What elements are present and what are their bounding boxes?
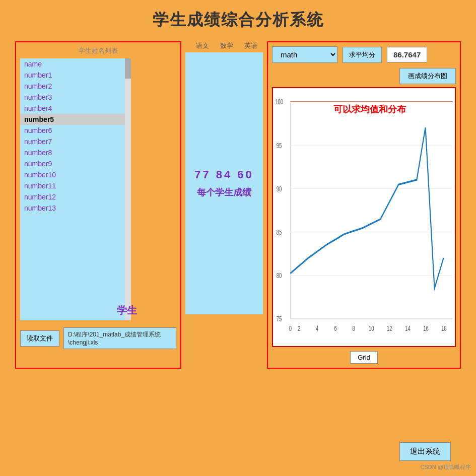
svg-text:0: 0 <box>289 324 292 333</box>
svg-text:8: 8 <box>352 324 355 333</box>
svg-text:80: 80 <box>277 271 282 280</box>
student-list-item[interactable]: number12 <box>20 191 131 202</box>
file-path: D:\程序\201_matlab_成绩管理系统\chengji.xls <box>63 327 176 349</box>
exit-button[interactable]: 退出系统 <box>399 442 451 461</box>
right-panel: math 语文 英语 求平均分 86.7647 画成绩分布图 可以求均值和分布 … <box>267 41 461 369</box>
svg-text:12: 12 <box>387 324 392 333</box>
subject-dropdown[interactable]: math 语文 英语 <box>272 46 337 63</box>
score-header: 语文 数学 英语 <box>185 41 263 50</box>
student-list-title: 学生姓名列表 <box>20 46 176 55</box>
student-list-item[interactable]: number11 <box>20 180 131 191</box>
bottom-bar: 读取文件 D:\程序\201_matlab_成绩管理系统\chengji.xls <box>20 327 176 349</box>
middle-panel: 语文 数学 英语 77 84 60 每个学生成绩 <box>181 41 267 369</box>
scrollbar-track[interactable] <box>125 58 131 320</box>
student-list-item[interactable]: number7 <box>20 136 131 147</box>
draw-chart-button[interactable]: 画成绩分布图 <box>399 68 456 84</box>
svg-text:6: 6 <box>334 324 336 333</box>
svg-text:90: 90 <box>277 185 282 193</box>
student-list-item[interactable]: number4 <box>20 103 131 114</box>
svg-text:85: 85 <box>277 228 282 237</box>
score-box-label: 每个学生成绩 <box>194 186 254 198</box>
read-file-button[interactable]: 读取文件 <box>20 330 59 347</box>
student-list-item[interactable]: number5 <box>20 114 131 125</box>
grid-button[interactable]: Grid <box>350 351 378 364</box>
student-list-item[interactable]: number9 <box>20 158 131 169</box>
svg-text:18: 18 <box>441 324 447 333</box>
chart-svg: 100 95 90 85 80 75 0 2 4 6 8 10 12 <box>273 88 455 346</box>
svg-text:10: 10 <box>369 324 374 333</box>
student-list-item[interactable]: number2 <box>20 81 131 92</box>
score-values: 77 84 60 <box>194 168 254 181</box>
left-panel: 学生姓名列表 namenumber1number2number3number4n… <box>15 41 181 369</box>
student-list-item[interactable]: number8 <box>20 147 131 158</box>
svg-text:14: 14 <box>405 324 411 333</box>
avg-value-display: 86.7647 <box>387 47 427 62</box>
svg-text:75: 75 <box>277 315 282 323</box>
watermark: CSDN @顶呱呱程序 <box>421 463 471 471</box>
avg-button[interactable]: 求平均分 <box>343 47 382 63</box>
student-label: 学生 <box>117 304 137 317</box>
main-container: 学生姓名列表 namenumber1number2number3number4n… <box>15 41 461 369</box>
math-label: 数学 <box>220 41 233 50</box>
student-list[interactable]: namenumber1number2number3number4number5n… <box>20 58 131 320</box>
english-label: 英语 <box>244 41 257 50</box>
chart-area: 可以求均值和分布 100 95 90 85 80 75 <box>272 87 456 347</box>
page-title: 学生成绩综合分析系统 <box>0 0 476 36</box>
score-box: 77 84 60 每个学生成绩 <box>185 52 263 314</box>
student-list-item[interactable]: name <box>20 58 131 70</box>
svg-text:95: 95 <box>277 141 282 150</box>
svg-text:4: 4 <box>316 324 318 333</box>
student-list-item[interactable]: number10 <box>20 169 131 180</box>
student-list-item[interactable]: number3 <box>20 92 131 103</box>
student-list-item[interactable]: number1 <box>20 70 131 81</box>
svg-text:2: 2 <box>298 324 300 333</box>
svg-text:100: 100 <box>275 98 283 106</box>
right-top-controls: math 语文 英语 求平均分 86.7647 <box>272 46 456 63</box>
chart-btn-row: 画成绩分布图 <box>272 68 456 84</box>
chinese-label: 语文 <box>196 41 209 50</box>
svg-text:16: 16 <box>423 324 429 333</box>
student-list-item[interactable]: number13 <box>20 202 131 214</box>
student-list-item[interactable]: number6 <box>20 125 131 136</box>
scrollbar-thumb[interactable] <box>125 58 131 79</box>
